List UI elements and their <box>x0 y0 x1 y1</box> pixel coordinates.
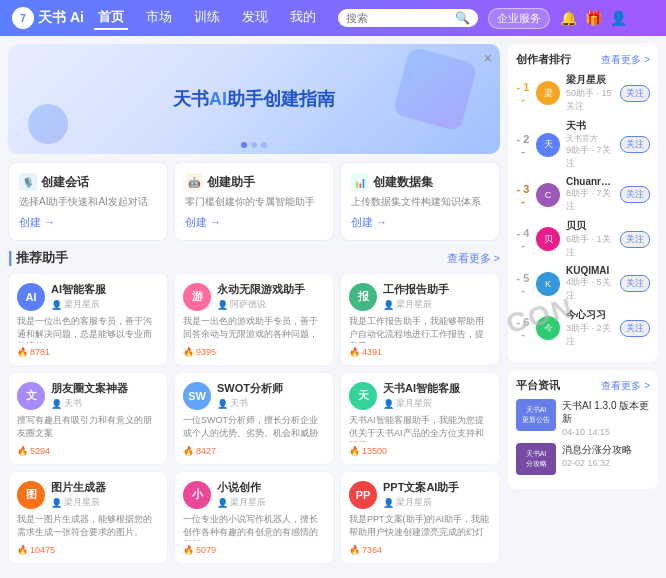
assist-header: 图 图片生成器 👤 梁月星辰 <box>17 480 159 509</box>
rank-avatar: 天 <box>536 133 560 157</box>
card-assist-desc: 零门槛创建你的专属智能助手 <box>185 195 323 209</box>
search-icon[interactable]: 🔍 <box>455 11 470 25</box>
news-section: 平台资讯 查看更多 > 天书AI 更新公告 天书AI 1.3.0 版本更新 04… <box>508 370 658 489</box>
assist-author: 👤 梁月星辰 <box>383 496 459 509</box>
news-info: 天书AI 1.3.0 版本更新 04-10 14:15 <box>562 399 650 437</box>
news-item[interactable]: 天书AI 分攻略 消息分涨分攻略 02-02 16:32 <box>516 443 650 475</box>
rank-stats: 4助手 · 5关注 <box>566 276 614 302</box>
rank-list: - 1 - 梁 梁月星辰 50助手 · 15关注 关注 - 2 - 天 天书 天… <box>516 73 650 348</box>
assistant-card[interactable]: 游 永动无限游戏助手 👤 阿萨德说 我是一出色的游戏助手专员，善于回答余动与无限… <box>174 273 334 366</box>
nav-mine[interactable]: 我的 <box>286 6 320 30</box>
creation-rank-section: 创作者排行 查看更多 > - 1 - 梁 梁月星辰 50助手 · 15关注 关注… <box>508 44 658 362</box>
card-assistant[interactable]: 🤖 创建助手 零门槛创建你的专属智能助手 创建 → <box>174 162 334 241</box>
assist-author: 👤 梁月星辰 <box>51 298 106 311</box>
assistant-card[interactable]: 图 图片生成器 👤 梁月星辰 我是一图片生成器，能够根据您的需求生成一张符合要求… <box>8 471 168 564</box>
follow-button[interactable]: 关注 <box>620 186 650 203</box>
card-conv-link[interactable]: 创建 → <box>19 215 157 230</box>
rank-name: 天书 <box>566 119 614 133</box>
news-header: 平台资讯 查看更多 > <box>516 378 650 393</box>
follow-button[interactable]: 关注 <box>620 85 650 102</box>
rank-more[interactable]: 查看更多 > <box>601 53 650 67</box>
rank-info: 贝贝 6助手 · 1关注 <box>566 219 614 259</box>
news-list: 天书AI 更新公告 天书AI 1.3.0 版本更新 04-10 14:15 天书… <box>516 399 650 475</box>
banner-dot-1[interactable] <box>241 142 247 148</box>
follow-button[interactable]: 关注 <box>620 136 650 153</box>
assist-author: 👤 梁月星辰 <box>383 298 449 311</box>
rank-item: - 3 - C Chuanrong 8助手 · 7关注 关注 <box>516 176 650 213</box>
assist-stats: 🔥 8427 <box>183 446 325 456</box>
assist-author: 👤 梁月星辰 <box>51 496 106 509</box>
rank-title: 创作者排行 <box>516 52 571 67</box>
card-data-link[interactable]: 创建 → <box>351 215 489 230</box>
nav-market[interactable]: 市场 <box>142 6 176 30</box>
recommend-more[interactable]: 查看更多 > <box>447 251 500 266</box>
nav-train[interactable]: 训练 <box>190 6 224 30</box>
assist-desc: 一位SWOT分析师，擅长分析企业或个人的优势、劣势、机会和威胁 <box>183 414 325 442</box>
rank-sub: 天书官方 <box>566 133 614 144</box>
follow-button[interactable]: 关注 <box>620 231 650 248</box>
assist-header: 报 工作报告助手 👤 梁月星辰 <box>349 282 491 311</box>
assist-author: 👤 天书 <box>217 397 283 410</box>
rank-avatar: 今 <box>536 316 560 340</box>
card-dataset[interactable]: 📊 创建数据集 上传数据集文件构建知识体系 创建 → <box>340 162 500 241</box>
assist-author: 👤 阿萨德说 <box>217 298 305 311</box>
assist-desc: 我是一出色的游戏助手专员，善于回答余动与无限游戏的各种问题，欢... <box>183 315 325 343</box>
assist-count: 9395 <box>196 347 216 357</box>
nav-discover[interactable]: 发现 <box>238 6 272 30</box>
card-data-desc: 上传数据集文件构建知识体系 <box>351 195 489 209</box>
news-item[interactable]: 天书AI 更新公告 天书AI 1.3.0 版本更新 04-10 14:15 <box>516 399 650 437</box>
assistant-card[interactable]: 文 朋友圈文案神器 👤 天书 擅写有趣且有吸引力和有意义的朋友圈文案 🔥 529… <box>8 372 168 465</box>
search-input[interactable] <box>346 12 451 24</box>
rank-avatar: 贝 <box>536 227 560 251</box>
user-icon[interactable]: 👤 <box>610 10 627 26</box>
search-bar[interactable]: 🔍 <box>338 9 478 27</box>
news-more[interactable]: 查看更多 > <box>601 379 650 393</box>
assist-header: 天 天书AI智能客服 👤 梁月星辰 <box>349 381 491 410</box>
assist-count: 5294 <box>30 446 50 456</box>
assist-desc: 我是工作报告助手，我能够帮助用户自动化流程地进行工作报告，提升工... <box>349 315 491 343</box>
banner-decor2 <box>28 104 68 144</box>
assistant-card[interactable]: SW SWOT分析师 👤 天书 一位SWOT分析师，擅长分析企业或个人的优势、劣… <box>174 372 334 465</box>
assist-stats: 🔥 13500 <box>349 446 491 456</box>
assist-icon: 🤖 <box>185 173 203 191</box>
gift-icon[interactable]: 🎁 <box>585 10 602 26</box>
assistant-card[interactable]: AI AI智能客服 👤 梁月星辰 我是一位出色的客服专员，善于沟通和解决问题，总… <box>8 273 168 366</box>
assist-count: 8781 <box>30 347 50 357</box>
assistant-card[interactable]: PP PPT文案AI助手 👤 梁月星辰 我是PPT文案(助手)的AI助手，我能帮… <box>340 471 500 564</box>
enterprise-button[interactable]: 企业服务 <box>488 8 550 29</box>
rank-info: 今心习习 3助手 · 2关注 <box>566 308 614 348</box>
fire-icon: 🔥 <box>17 446 28 456</box>
assist-header: PP PPT文案AI助手 👤 梁月星辰 <box>349 480 491 509</box>
news-title: 天书AI 1.3.0 版本更新 <box>562 399 650 425</box>
assistant-card[interactable]: 天 天书AI智能客服 👤 梁月星辰 天书AI智能客服助手，我能为您提供关于天书A… <box>340 372 500 465</box>
banner-dot-3[interactable] <box>261 142 267 148</box>
nav-home[interactable]: 首页 <box>94 6 128 30</box>
rank-info: 天书 天书官方 9助手 · 7关注 <box>566 119 614 170</box>
banner-dot-2[interactable] <box>251 142 257 148</box>
banner-dots <box>241 142 267 148</box>
assist-name: 永动无限游戏助手 <box>217 282 305 297</box>
assistant-card[interactable]: 小 小说创作 👤 梁月星辰 一位专业的小说写作机器人，擅长创作各种有趣的有创意的… <box>174 471 334 564</box>
follow-button[interactable]: 关注 <box>620 320 650 337</box>
rank-number: - 1 - <box>516 81 530 105</box>
assist-stats: 🔥 9395 <box>183 347 325 357</box>
header-icons: 🔔 🎁 👤 <box>560 10 627 26</box>
action-cards: 🎙️ 创建会话 选择AI助手快速和AI发起对话 创建 → 🤖 创建助手 零门槛创… <box>8 162 500 241</box>
rank-stats: 8助手 · 7关注 <box>566 187 614 213</box>
assist-name: AI智能客服 <box>51 282 106 297</box>
fire-icon: 🔥 <box>349 446 360 456</box>
follow-button[interactable]: 关注 <box>620 275 650 292</box>
notification-icon[interactable]: 🔔 <box>560 10 577 26</box>
banner-title: 天书AI助手创建指南 <box>173 87 335 111</box>
card-conversation[interactable]: 🎙️ 创建会话 选择AI助手快速和AI发起对话 创建 → <box>8 162 168 241</box>
rank-info: Chuanrong 8助手 · 7关注 <box>566 176 614 213</box>
rank-item: - 4 - 贝 贝贝 6助手 · 1关注 关注 <box>516 219 650 259</box>
rank-stats: 9助手 · 7关注 <box>566 144 614 170</box>
card-assist-link[interactable]: 创建 → <box>185 215 323 230</box>
banner-close-button[interactable]: × <box>484 50 492 66</box>
rank-stats: 50助手 · 15关注 <box>566 87 614 113</box>
card-data-title: 📊 创建数据集 <box>351 173 489 191</box>
rank-number: - 6 - <box>516 316 530 340</box>
assist-header: 文 朋友圈文案神器 👤 天书 <box>17 381 159 410</box>
assistant-card[interactable]: 报 工作报告助手 👤 梁月星辰 我是工作报告助手，我能够帮助用户自动化流程地进行… <box>340 273 500 366</box>
